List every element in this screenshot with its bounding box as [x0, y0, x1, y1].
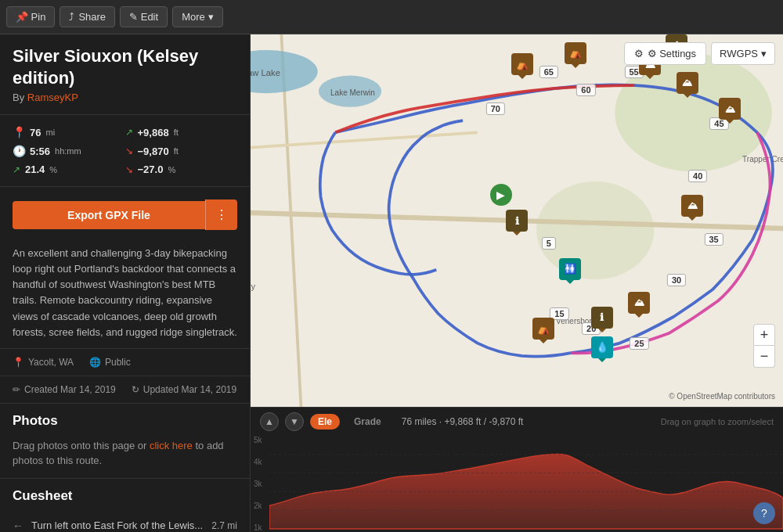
chevron-down-icon: ▾: [208, 11, 214, 23]
poi-marker-1: ⛺: [511, 53, 533, 75]
mile-marker-70: 70: [486, 102, 505, 115]
cue-left-arrow-icon: ←: [13, 519, 23, 532]
elevation-y-labels: 5k 4k 3k 2k 1k: [254, 436, 262, 532]
elevation-gain-stat: ↗ +9,868 ft: [125, 123, 238, 142]
distance-icon: 📍: [13, 126, 25, 138]
route-title: Silver Siouxon (Kelsey edition): [13, 45, 237, 88]
zoom-out-button[interactable]: −: [753, 346, 775, 368]
route-header: Silver Siouxon (Kelsey edition) By Ramse…: [0, 34, 250, 110]
refresh-icon: ↻: [132, 384, 139, 395]
start-marker: ▶: [490, 184, 512, 206]
main-content: Silver Siouxon (Kelsey edition) By Ramse…: [0, 34, 783, 532]
top-bar: 📌 Pin ⤴ Share ✎ Edit More ▾: [0, 0, 783, 34]
y-label-1k: 1k: [254, 523, 262, 532]
poi-marker-7: ⛰: [628, 292, 650, 314]
stats-grid: 📍 76 mi ↗ +9,868 ft 🕐 5:56 hh:mm ↘ −9,87…: [0, 114, 250, 187]
cue-text-1: Turn left onto East Fork of the Lewis...: [31, 519, 204, 531]
poi-marker-4: ⛰: [677, 72, 698, 94]
info-marker-3: ℹ: [591, 307, 613, 329]
more-button[interactable]: More ▾: [172, 6, 223, 27]
mile-marker-40: 40: [688, 170, 707, 182]
export-gpx-button[interactable]: Export GPX File: [13, 201, 205, 229]
elevation-drag-hint: Drag on graph to zoom/select: [661, 417, 774, 426]
ele-tab-elevation[interactable]: Ele: [310, 414, 340, 430]
ele-next-button[interactable]: ▼: [285, 412, 304, 431]
distance-stat: 📍 76 mi: [13, 123, 125, 142]
zoom-in-button[interactable]: +: [753, 324, 775, 346]
elevation-loss-stat: ↘ −9,870 ft: [125, 142, 238, 160]
gear-icon: ⚙: [634, 48, 644, 59]
share-button[interactable]: ⤴ Share: [60, 6, 115, 27]
mile-marker-5: 5: [542, 237, 556, 250]
date-meta-row: ✏ Created Mar 14, 2019 ↻ Updated Mar 14,…: [0, 376, 250, 404]
y-label-2k: 2k: [254, 501, 262, 510]
dropdown-icon: ▾: [761, 48, 767, 59]
photos-section-title: Photos: [0, 404, 250, 432]
gpx-export-row: Export GPX File ⋮: [0, 192, 250, 238]
time-stat: 🕐 5:56 hh:mm: [13, 142, 125, 160]
y-label-5k: 5k: [254, 436, 262, 444]
settings-button[interactable]: ⚙ ⚙ Settings: [624, 42, 707, 65]
elevation-chart[interactable]: 5k 4k 3k 2k 1k: [251, 436, 783, 532]
pin-button[interactable]: 📌 Pin: [6, 6, 55, 27]
left-panel: Silver Siouxon (Kelsey edition) By Ramse…: [0, 34, 251, 532]
map-controls: ⚙ ⚙ Settings RWGPS ▾: [624, 42, 775, 65]
poi-marker-2: ⛺: [565, 42, 586, 64]
map-attribution: © OpenStreetMap contributors: [669, 392, 775, 401]
photos-section: Drag photos onto this page or click here…: [0, 432, 250, 479]
elevation-info: 76 miles · +9,868 ft / -9,870 ft: [402, 416, 524, 427]
rwgps-button[interactable]: RWGPS ▾: [711, 42, 775, 65]
map-area[interactable]: Yaw Lake Lake Merwin Amboy Hockinson ...…: [251, 34, 783, 407]
clock-icon: 🕐: [13, 145, 25, 157]
cuesheet-section-title: Cuesheet: [0, 479, 250, 507]
info-marker-2: ℹ: [506, 210, 528, 232]
water-marker: 💧: [591, 336, 613, 358]
share-icon: ⤴: [69, 11, 74, 23]
author-link[interactable]: RamseyKP: [27, 92, 78, 103]
y-label-4k: 4k: [254, 458, 262, 466]
right-panel: Yaw Lake Lake Merwin Amboy Hockinson ...…: [251, 34, 783, 532]
globe-icon: 🌐: [89, 357, 101, 368]
route-author: By RamseyKP: [13, 92, 237, 103]
gpx-more-button[interactable]: ⋮: [205, 200, 237, 230]
mile-marker-60: 60: [576, 84, 595, 96]
updated-meta: ↻ Updated Mar 14, 2019: [132, 384, 236, 395]
photos-link[interactable]: click here: [150, 440, 193, 451]
mile-marker-30: 30: [667, 274, 686, 286]
cuesheet-section: ← Turn left onto East Fork of the Lewis.…: [0, 507, 250, 532]
poi-marker-6: ⛰: [681, 195, 703, 217]
elevation-controls: ▲ ▼ Ele Grade 76 miles · +9,868 ft / -9,…: [251, 412, 783, 431]
restroom-marker: 🚻: [559, 258, 581, 280]
arrow-up-icon: ↗: [125, 127, 133, 138]
location-meta: 📍 Yacolt, WA: [13, 357, 74, 368]
location-icon: 📍: [13, 357, 24, 368]
mile-marker-35: 35: [704, 233, 723, 246]
grade-up-icon: ↗: [13, 164, 20, 175]
visibility-meta: 🌐 Public: [89, 357, 131, 368]
arrow-down-icon: ↘: [125, 146, 133, 156]
poi-marker-5: ⛰: [719, 98, 741, 120]
elevation-bar: ▲ ▼ Ele Grade 76 miles · +9,868 ft / -9,…: [251, 407, 783, 532]
edit-button[interactable]: ✎ Edit: [120, 6, 168, 27]
grade-down-stat: ↘ −27.0 %: [125, 160, 238, 178]
route-description: An excellent and challenging 3-day bikep…: [0, 238, 250, 349]
ele-prev-button[interactable]: ▲: [260, 412, 279, 431]
photos-description: Drag photos onto this page or click here…: [13, 438, 237, 469]
grade-up-stat: ↗ 21.4 %: [13, 160, 125, 178]
elevation-chart-svg: [269, 436, 783, 532]
created-meta: ✏ Created Mar 14, 2019: [13, 384, 116, 395]
map-zoom-controls: + −: [753, 324, 775, 368]
pencil-icon: ✏: [13, 384, 20, 395]
grade-down-icon: ↘: [125, 164, 133, 175]
cue-item-1: ← Turn left onto East Fork of the Lewis.…: [13, 513, 237, 532]
meta-row: 📍 Yacolt, WA 🌐 Public: [0, 349, 250, 376]
ele-tab-grade[interactable]: Grade: [346, 414, 389, 430]
cue-dist-1: 2.7 mi: [211, 520, 237, 531]
mile-marker-25: 25: [630, 337, 648, 350]
camp-marker-1: ⛺: [532, 318, 554, 340]
mile-marker-65: 65: [539, 66, 558, 78]
y-label-3k: 3k: [254, 480, 262, 488]
help-button[interactable]: ?: [753, 502, 775, 524]
